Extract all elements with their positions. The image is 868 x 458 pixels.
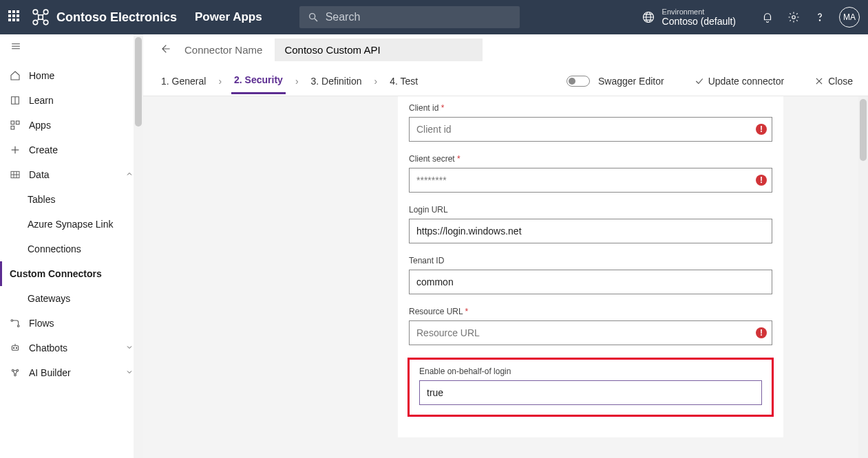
update-connector-button[interactable]: Update connector <box>695 76 785 87</box>
svg-point-10 <box>819 20 820 21</box>
book-icon <box>10 95 21 106</box>
input-tenant-id[interactable] <box>409 270 772 294</box>
connector-name-input[interactable]: Contoso Custom API <box>275 39 483 61</box>
swagger-toggle[interactable]: Swagger Editor <box>567 76 664 87</box>
wizard-step-test[interactable]: 4. Test <box>387 69 421 94</box>
chevron-right-icon: › <box>374 76 377 87</box>
sidebar-label: Custom Connectors <box>10 268 102 279</box>
profile-avatar[interactable]: MA <box>839 7 860 28</box>
sidebar-item-connections[interactable]: Connections <box>0 237 143 261</box>
top-bar: Contoso Electronics Power Apps Search En… <box>0 0 868 34</box>
sidebar-scrollbar[interactable] <box>134 34 143 458</box>
sidebar-label: Apps <box>29 120 51 131</box>
env-label: Environment <box>662 8 736 16</box>
hamburger-icon[interactable] <box>0 34 143 63</box>
sidebar-label: Create <box>29 144 58 155</box>
breadcrumb-label: Connector Name <box>184 44 262 56</box>
field-resource-url: Resource URL ! <box>409 307 772 345</box>
input-client-secret[interactable] <box>409 168 772 193</box>
input-resource-url[interactable] <box>409 320 772 345</box>
sidebar-item-synapse[interactable]: Azure Synapse Link <box>0 212 143 237</box>
input-client-id[interactable] <box>409 117 772 142</box>
close-button[interactable]: Close <box>814 76 853 87</box>
main-scrollbar[interactable] <box>858 96 868 458</box>
globe-icon <box>642 10 655 24</box>
sidebar-item-home[interactable]: Home <box>0 63 143 88</box>
help-icon[interactable] <box>813 10 827 24</box>
swagger-label: Swagger Editor <box>598 76 664 87</box>
svg-point-26 <box>13 347 14 348</box>
form-panel: Client id ! Client secret ! Login URL <box>143 96 868 458</box>
brand-text: Contoso Electronics <box>56 10 177 25</box>
bot-icon <box>10 342 21 353</box>
grid-icon <box>10 169 21 180</box>
ai-icon <box>10 367 21 378</box>
highlight-obo: Enable on-behalf-of login <box>407 358 774 417</box>
svg-rect-16 <box>11 126 14 129</box>
close-label: Close <box>828 76 853 87</box>
sidebar-label: Flows <box>29 318 54 329</box>
wizard-step-definition[interactable]: 3. Definition <box>308 69 365 94</box>
svg-point-1 <box>43 10 48 14</box>
input-login-url[interactable] <box>409 219 772 243</box>
field-tenant-id: Tenant ID <box>409 256 772 294</box>
sidebar-label: Gateways <box>28 293 70 304</box>
bell-icon[interactable] <box>761 10 774 24</box>
sidebar-item-custom-connectors[interactable]: Custom Connectors <box>0 261 143 286</box>
sidebar-item-chatbots[interactable]: Chatbots <box>0 336 143 360</box>
svg-rect-15 <box>16 121 19 124</box>
sidebar-item-data[interactable]: Data <box>0 162 143 187</box>
field-client-secret: Client secret ! <box>409 154 772 193</box>
wizard-bar: 1. General › 2. Security › 3. Definition… <box>143 66 868 96</box>
env-name: Contoso (default) <box>662 16 736 27</box>
svg-point-2 <box>33 20 38 25</box>
chevron-down-icon <box>125 342 134 353</box>
main-area: Connector Name Contoso Custom API 1. Gen… <box>143 34 868 458</box>
sidebar-item-learn[interactable]: Learn <box>0 88 143 113</box>
svg-point-29 <box>12 369 14 371</box>
chevron-right-icon: › <box>295 76 299 87</box>
environment-picker[interactable]: Environment Contoso (default) <box>642 8 736 27</box>
back-button[interactable] <box>158 43 172 57</box>
label-obo: Enable on-behalf-of login <box>419 367 762 376</box>
search-placeholder: Search <box>326 11 361 23</box>
svg-line-6 <box>315 19 317 21</box>
input-obo[interactable] <box>419 380 762 405</box>
gear-icon[interactable] <box>787 10 801 24</box>
sidebar: Home Learn Apps Create Data Tables Azure… <box>0 34 143 458</box>
app-name[interactable]: Power Apps <box>195 10 262 24</box>
scrollbar-thumb[interactable] <box>860 99 867 161</box>
chevron-down-icon <box>125 367 134 378</box>
update-label: Update connector <box>708 76 785 87</box>
svg-rect-14 <box>11 121 14 124</box>
svg-point-5 <box>309 14 315 19</box>
home-icon <box>10 70 21 81</box>
top-icons: MA <box>761 7 860 28</box>
error-icon: ! <box>756 175 767 186</box>
sidebar-item-gateways[interactable]: Gateways <box>0 286 143 311</box>
waffle-icon[interactable] <box>8 10 22 24</box>
scrollbar-thumb[interactable] <box>135 37 142 127</box>
label-client-id: Client id <box>409 103 772 113</box>
svg-point-27 <box>16 347 17 348</box>
wizard-step-general[interactable]: 1. General <box>158 69 209 94</box>
svg-point-9 <box>792 16 796 19</box>
check-icon <box>695 76 704 86</box>
error-icon: ! <box>756 124 767 135</box>
chevron-right-icon: › <box>218 76 222 87</box>
sidebar-item-ai-builder[interactable]: AI Builder <box>0 360 143 385</box>
field-obo: Enable on-behalf-of login <box>419 367 762 405</box>
search-input[interactable]: Search <box>299 6 520 28</box>
svg-point-31 <box>14 374 17 376</box>
sidebar-item-create[interactable]: Create <box>0 138 143 162</box>
sidebar-item-flows[interactable]: Flows <box>0 311 143 336</box>
svg-point-0 <box>33 10 38 14</box>
wizard-step-security[interactable]: 2. Security <box>231 67 286 94</box>
brand[interactable]: Contoso Electronics <box>32 8 177 26</box>
form-card: Client id ! Client secret ! Login URL <box>398 96 783 437</box>
sidebar-item-apps[interactable]: Apps <box>0 113 143 138</box>
sidebar-item-tables[interactable]: Tables <box>0 187 143 212</box>
flow-icon <box>10 318 21 329</box>
sidebar-label: Home <box>29 70 54 81</box>
drone-icon <box>32 8 50 26</box>
